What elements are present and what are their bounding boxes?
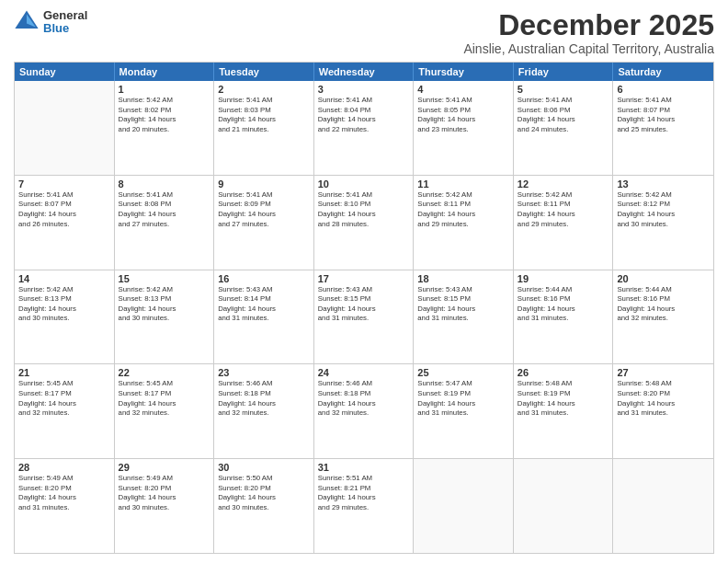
day-number: 19 (518, 273, 609, 284)
cell-info: Sunrise: 5:46 AM Sunset: 8:18 PM Dayligh… (318, 379, 410, 418)
calendar-cell: 8Sunrise: 5:41 AM Sunset: 8:08 PM Daylig… (115, 176, 215, 270)
cell-info: Sunrise: 5:48 AM Sunset: 8:20 PM Dayligh… (617, 379, 710, 418)
calendar-header-day: Friday (514, 63, 614, 81)
cell-info: Sunrise: 5:42 AM Sunset: 8:13 PM Dayligh… (119, 285, 210, 324)
calendar-cell: 25Sunrise: 5:47 AM Sunset: 8:19 PM Dayli… (414, 364, 514, 458)
cell-info: Sunrise: 5:43 AM Sunset: 8:14 PM Dayligh… (218, 285, 310, 324)
day-number: 22 (119, 367, 210, 378)
calendar-cell: 7Sunrise: 5:41 AM Sunset: 8:07 PM Daylig… (15, 176, 115, 270)
day-number: 21 (18, 367, 110, 378)
day-number: 31 (318, 462, 410, 473)
day-number: 6 (617, 84, 710, 95)
calendar-row: 28Sunrise: 5:49 AM Sunset: 8:20 PM Dayli… (15, 459, 713, 553)
calendar: SundayMondayTuesdayWednesdayThursdayFrid… (14, 62, 714, 554)
calendar-cell: 22Sunrise: 5:45 AM Sunset: 8:17 PM Dayli… (115, 364, 215, 458)
calendar-cell (15, 81, 115, 175)
cell-info: Sunrise: 5:46 AM Sunset: 8:18 PM Dayligh… (218, 379, 310, 418)
cell-info: Sunrise: 5:43 AM Sunset: 8:15 PM Dayligh… (417, 285, 509, 324)
calendar-header-day: Wednesday (314, 63, 415, 81)
calendar-header-day: Saturday (613, 63, 713, 81)
calendar-cell: 30Sunrise: 5:50 AM Sunset: 8:20 PM Dayli… (214, 459, 314, 553)
logo-blue-text: Blue (43, 22, 87, 35)
location-title: Ainslie, Australian Capital Territory, A… (463, 41, 714, 56)
calendar-cell: 15Sunrise: 5:42 AM Sunset: 8:13 PM Dayli… (115, 270, 215, 364)
calendar-body: 1Sunrise: 5:42 AM Sunset: 8:02 PM Daylig… (15, 81, 713, 553)
day-number: 18 (417, 273, 509, 284)
day-number: 4 (417, 84, 509, 95)
day-number: 8 (119, 178, 210, 190)
day-number: 9 (218, 178, 310, 190)
calendar-row: 1Sunrise: 5:42 AM Sunset: 8:02 PM Daylig… (15, 81, 713, 176)
cell-info: Sunrise: 5:43 AM Sunset: 8:15 PM Dayligh… (318, 285, 410, 324)
month-title: December 2025 (463, 9, 714, 41)
cell-info: Sunrise: 5:48 AM Sunset: 8:19 PM Dayligh… (518, 379, 609, 418)
calendar-row: 14Sunrise: 5:42 AM Sunset: 8:13 PM Dayli… (15, 270, 713, 365)
day-number: 2 (218, 84, 310, 95)
page: General Blue December 2025 Ainslie, Aust… (0, 0, 728, 563)
cell-info: Sunrise: 5:41 AM Sunset: 8:03 PM Dayligh… (218, 96, 310, 134)
cell-info: Sunrise: 5:42 AM Sunset: 8:11 PM Dayligh… (518, 190, 609, 229)
calendar-cell: 19Sunrise: 5:44 AM Sunset: 8:16 PM Dayli… (514, 270, 614, 364)
cell-info: Sunrise: 5:42 AM Sunset: 8:11 PM Dayligh… (417, 190, 509, 229)
day-number: 29 (119, 462, 210, 473)
day-number: 12 (518, 178, 609, 190)
cell-info: Sunrise: 5:41 AM Sunset: 8:05 PM Dayligh… (417, 96, 509, 134)
calendar-cell: 1Sunrise: 5:42 AM Sunset: 8:02 PM Daylig… (115, 81, 215, 175)
day-number: 23 (218, 367, 310, 378)
day-number: 14 (18, 273, 110, 284)
cell-info: Sunrise: 5:49 AM Sunset: 8:20 PM Dayligh… (18, 474, 110, 512)
calendar-cell: 14Sunrise: 5:42 AM Sunset: 8:13 PM Dayli… (15, 270, 115, 364)
cell-info: Sunrise: 5:45 AM Sunset: 8:17 PM Dayligh… (18, 379, 110, 418)
title-section: December 2025 Ainslie, Australian Capita… (463, 9, 714, 56)
calendar-header: SundayMondayTuesdayWednesdayThursdayFrid… (15, 63, 713, 81)
day-number: 25 (417, 367, 509, 378)
cell-info: Sunrise: 5:50 AM Sunset: 8:20 PM Dayligh… (218, 474, 310, 512)
calendar-cell (613, 459, 713, 553)
cell-info: Sunrise: 5:44 AM Sunset: 8:16 PM Dayligh… (617, 285, 710, 324)
day-number: 10 (318, 178, 410, 190)
cell-info: Sunrise: 5:41 AM Sunset: 8:07 PM Dayligh… (18, 190, 110, 229)
calendar-header-day: Sunday (15, 63, 115, 81)
calendar-cell (514, 459, 614, 553)
cell-info: Sunrise: 5:51 AM Sunset: 8:21 PM Dayligh… (318, 474, 410, 512)
cell-info: Sunrise: 5:41 AM Sunset: 8:07 PM Dayligh… (617, 96, 710, 134)
day-number: 16 (218, 273, 310, 284)
cell-info: Sunrise: 5:41 AM Sunset: 8:10 PM Dayligh… (318, 190, 410, 229)
cell-info: Sunrise: 5:42 AM Sunset: 8:12 PM Dayligh… (617, 190, 710, 229)
day-number: 11 (417, 178, 509, 190)
calendar-cell: 17Sunrise: 5:43 AM Sunset: 8:15 PM Dayli… (314, 270, 415, 364)
day-number: 28 (18, 462, 110, 473)
logo-icon (14, 9, 40, 35)
calendar-cell: 13Sunrise: 5:42 AM Sunset: 8:12 PM Dayli… (613, 176, 713, 270)
calendar-cell: 20Sunrise: 5:44 AM Sunset: 8:16 PM Dayli… (613, 270, 713, 364)
logo-general-text: General (43, 9, 87, 22)
cell-info: Sunrise: 5:47 AM Sunset: 8:19 PM Dayligh… (417, 379, 509, 418)
calendar-cell: 29Sunrise: 5:49 AM Sunset: 8:20 PM Dayli… (115, 459, 215, 553)
cell-info: Sunrise: 5:49 AM Sunset: 8:20 PM Dayligh… (119, 474, 210, 512)
cell-info: Sunrise: 5:42 AM Sunset: 8:02 PM Dayligh… (119, 96, 210, 134)
day-number: 1 (119, 84, 210, 95)
calendar-cell: 24Sunrise: 5:46 AM Sunset: 8:18 PM Dayli… (314, 364, 415, 458)
calendar-cell: 2Sunrise: 5:41 AM Sunset: 8:03 PM Daylig… (214, 81, 314, 175)
day-number: 17 (318, 273, 410, 284)
calendar-cell: 6Sunrise: 5:41 AM Sunset: 8:07 PM Daylig… (613, 81, 713, 175)
logo-text: General Blue (43, 9, 87, 36)
calendar-cell: 9Sunrise: 5:41 AM Sunset: 8:09 PM Daylig… (214, 176, 314, 270)
calendar-row: 21Sunrise: 5:45 AM Sunset: 8:17 PM Dayli… (15, 364, 713, 459)
day-number: 20 (617, 273, 710, 284)
calendar-cell: 23Sunrise: 5:46 AM Sunset: 8:18 PM Dayli… (214, 364, 314, 458)
calendar-cell (414, 459, 514, 553)
calendar-header-day: Monday (115, 63, 215, 81)
day-number: 5 (518, 84, 609, 95)
calendar-cell: 5Sunrise: 5:41 AM Sunset: 8:06 PM Daylig… (514, 81, 614, 175)
calendar-cell: 16Sunrise: 5:43 AM Sunset: 8:14 PM Dayli… (214, 270, 314, 364)
calendar-cell: 26Sunrise: 5:48 AM Sunset: 8:19 PM Dayli… (514, 364, 614, 458)
cell-info: Sunrise: 5:41 AM Sunset: 8:09 PM Dayligh… (218, 190, 310, 229)
calendar-cell: 18Sunrise: 5:43 AM Sunset: 8:15 PM Dayli… (414, 270, 514, 364)
calendar-cell: 12Sunrise: 5:42 AM Sunset: 8:11 PM Dayli… (514, 176, 614, 270)
day-number: 15 (119, 273, 210, 284)
day-number: 7 (18, 178, 110, 190)
day-number: 30 (218, 462, 310, 473)
cell-info: Sunrise: 5:41 AM Sunset: 8:06 PM Dayligh… (518, 96, 609, 134)
cell-info: Sunrise: 5:44 AM Sunset: 8:16 PM Dayligh… (518, 285, 609, 324)
